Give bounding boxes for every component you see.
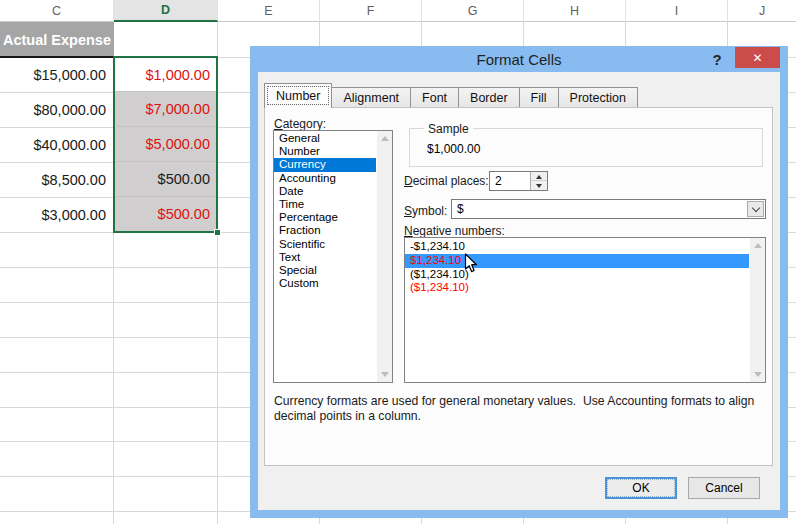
cancel-button[interactable]: Cancel bbox=[688, 477, 760, 499]
decimal-places-field bbox=[489, 171, 548, 191]
category-items: General Number Currency Accounting Date … bbox=[274, 132, 376, 290]
cell[interactable]: $500.00 bbox=[115, 197, 216, 231]
decimal-places-spinner bbox=[530, 172, 547, 190]
category-item-time[interactable]: Time bbox=[274, 198, 376, 211]
category-item-date[interactable]: Date bbox=[274, 185, 376, 198]
category-label: Category: bbox=[274, 117, 326, 131]
spinner-down-icon[interactable] bbox=[531, 180, 547, 190]
category-item-custom[interactable]: Custom bbox=[274, 277, 376, 290]
symbol-value: $ bbox=[457, 202, 464, 216]
negative-format-option[interactable]: ($1,234.10) bbox=[405, 268, 749, 282]
close-icon: ✕ bbox=[752, 51, 762, 65]
close-button[interactable]: ✕ bbox=[735, 47, 780, 68]
scrollbar[interactable] bbox=[377, 131, 392, 382]
category-listbox[interactable]: General Number Currency Accounting Date … bbox=[273, 130, 393, 383]
chevron-down-icon bbox=[751, 203, 759, 211]
cell-active[interactable]: $1,000.00 bbox=[115, 58, 216, 92]
negative-numbers-label: Negative numbers: bbox=[404, 224, 505, 238]
scroll-down-icon[interactable] bbox=[377, 367, 392, 382]
tab-protection[interactable]: Protection bbox=[558, 87, 638, 108]
category-item-fraction[interactable]: Fraction bbox=[274, 224, 376, 237]
cell[interactable]: $7,000.00 bbox=[115, 92, 216, 127]
category-item-text[interactable]: Text bbox=[274, 251, 376, 264]
tab-alignment[interactable]: Alignment bbox=[331, 87, 411, 108]
negative-format-option[interactable]: -$1,234.10 bbox=[405, 240, 749, 254]
format-cells-dialog: Format Cells ? ✕ Number Alignment Font B… bbox=[250, 46, 788, 518]
column-header-d-selected[interactable]: D bbox=[114, 0, 218, 22]
tab-font[interactable]: Font bbox=[410, 87, 459, 108]
column-header-c[interactable]: C bbox=[0, 0, 114, 22]
column-header-g[interactable]: G bbox=[422, 0, 524, 22]
column-header-h[interactable]: H bbox=[524, 0, 626, 22]
selection-border: $1,000.00 $7,000.00 $5,000.00 $500.00 $5… bbox=[113, 56, 218, 233]
number-tab-page: Category: General Number Currency Accoun… bbox=[264, 107, 773, 466]
decimal-places-label: Decimal places: bbox=[404, 174, 489, 188]
scroll-up-icon[interactable] bbox=[377, 131, 392, 146]
sample-group: Sample $1,000.00 bbox=[409, 128, 763, 167]
negative-numbers-listbox[interactable]: -$1,234.10 $1,234.10 ($1,234.10) ($1,234… bbox=[404, 237, 766, 383]
cell[interactable]: $500.00 bbox=[115, 162, 216, 197]
cell[interactable]: $40,000.00 bbox=[0, 127, 106, 162]
category-item-percentage[interactable]: Percentage bbox=[274, 211, 376, 224]
sample-value: $1,000.00 bbox=[427, 142, 480, 156]
dropdown-button[interactable] bbox=[747, 201, 764, 217]
column-header-f[interactable]: F bbox=[320, 0, 422, 22]
cell[interactable]: $5,000.00 bbox=[115, 127, 216, 162]
dialog-body: Number Alignment Font Border Fill Protec… bbox=[258, 72, 780, 510]
help-icon[interactable]: ? bbox=[708, 50, 726, 68]
tab-number[interactable]: Number bbox=[264, 83, 332, 108]
scroll-down-icon[interactable] bbox=[750, 367, 765, 382]
cell-header-actual-expense[interactable]: Actual Expense bbox=[0, 22, 114, 57]
cell[interactable]: $8,500.00 bbox=[0, 162, 106, 197]
cell[interactable]: $15,000.00 bbox=[0, 57, 106, 92]
category-item-currency-selected[interactable]: Currency bbox=[274, 158, 376, 171]
tab-border[interactable]: Border bbox=[458, 87, 520, 108]
scroll-up-icon[interactable] bbox=[750, 238, 765, 253]
category-item-accounting[interactable]: Accounting bbox=[274, 172, 376, 185]
negative-format-option-selected[interactable]: $1,234.10 bbox=[405, 254, 749, 268]
decimal-places-input[interactable] bbox=[490, 172, 533, 190]
fill-handle[interactable] bbox=[214, 229, 221, 236]
negative-format-items: -$1,234.10 $1,234.10 ($1,234.10) ($1,234… bbox=[405, 240, 749, 295]
column-header-j[interactable]: J bbox=[728, 0, 796, 22]
tab-strip: Number Alignment Font Border Fill Protec… bbox=[264, 83, 637, 108]
negative-format-option[interactable]: ($1,234.10) bbox=[405, 281, 749, 295]
cell[interactable]: $80,000.00 bbox=[0, 92, 106, 127]
category-item-scientific[interactable]: Scientific bbox=[274, 238, 376, 251]
cell[interactable]: $3,000.00 bbox=[0, 197, 106, 232]
symbol-label: Symbol: bbox=[404, 204, 447, 218]
symbol-dropdown[interactable]: $ bbox=[451, 199, 766, 219]
tab-fill[interactable]: Fill bbox=[519, 87, 559, 108]
column-header-e[interactable]: E bbox=[218, 0, 320, 22]
category-item-general[interactable]: General bbox=[274, 132, 376, 145]
category-item-number[interactable]: Number bbox=[274, 145, 376, 158]
column-header-i[interactable]: I bbox=[626, 0, 728, 22]
ok-button[interactable]: OK bbox=[605, 477, 677, 499]
sample-group-label: Sample bbox=[424, 122, 473, 136]
scrollbar[interactable] bbox=[750, 238, 765, 382]
format-description: Currency formats are used for general mo… bbox=[274, 394, 774, 424]
category-item-special[interactable]: Special bbox=[274, 264, 376, 277]
